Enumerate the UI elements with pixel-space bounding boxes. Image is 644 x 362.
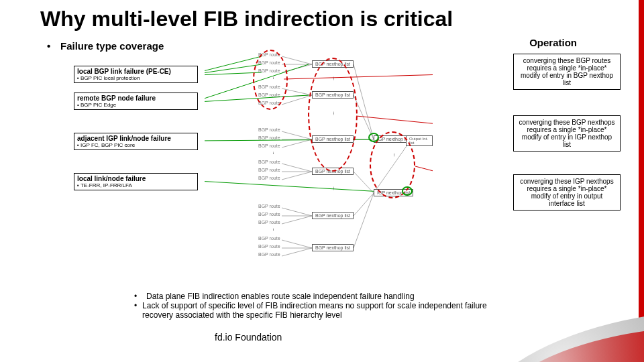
svg-line-24 <box>354 193 374 216</box>
op-box-bgp-routes: converging these BGP routes requires a s… <box>513 54 621 90</box>
svg-line-11 <box>282 164 312 172</box>
footer-bullets: •Data plane FIB indirection enables rout… <box>134 292 510 320</box>
subhead-operation: Operation <box>529 37 577 48</box>
box-bgp-nh: BGP nexthop list <box>312 212 354 219</box>
footer-bullet-text: Lack of support of specific level of FIB… <box>142 301 510 320</box>
footer-bullet: •Lack of support of specific level of FI… <box>134 301 510 320</box>
lbl-bgp-route: BGP route <box>258 168 280 172</box>
lbl-bgp-route: BGP route <box>258 135 280 140</box>
op-box-igp-nexthops: converging these IGP nexthops requires a… <box>513 174 621 210</box>
box-bgp-nh: BGP nexthop list <box>312 244 354 251</box>
svg-line-34 <box>356 116 433 131</box>
fail-desc: ▪ BGP PIC local protection <box>77 75 195 81</box>
slide: Why multi-level FIB indirection is criti… <box>0 0 644 362</box>
svg-line-33 <box>284 72 433 79</box>
svg-line-23 <box>282 248 312 256</box>
fail-desc: ▪ IGP FC, BGP PIC core <box>77 142 195 148</box>
fail-title: local BGP link failure (PE-CE) <box>77 68 195 75</box>
ellipse-bgp-nh <box>308 58 358 172</box>
circle-output-entry <box>402 186 413 196</box>
lbl-bgp-route: BGP route <box>258 212 280 217</box>
lbl-bgp-route: BGP route <box>258 244 280 249</box>
fail-box-adjacent-igp: adjacent IGP link/node failure ▪ IGP FC,… <box>74 133 198 150</box>
lbl-bgp-route: BGP route <box>258 236 280 241</box>
fail-title: local link/node failure <box>77 175 195 182</box>
lbl-bgp-route: BGP route <box>258 160 280 164</box>
fail-title: remote BGP node failure <box>77 95 195 102</box>
footer-bullet: •Data plane FIB indirection enables rout… <box>134 292 510 301</box>
fib-diagram: BGP route BGP route BGP route ··· BGP ro… <box>205 52 433 267</box>
fail-title: adjacent IGP link/node failure <box>77 135 195 142</box>
svg-line-13 <box>282 172 312 180</box>
fail-box-local-link: local link/node failure ▪ TE-FRR, IP-FRR… <box>74 173 198 190</box>
lbl-bgp-route: BGP route <box>258 176 280 180</box>
svg-line-21 <box>282 240 312 248</box>
svg-line-18 <box>282 208 312 216</box>
subhead-failure-coverage: •Failure type coverage <box>47 40 164 52</box>
lbl-bgp-route: BGP route <box>258 143 280 148</box>
lbl-bgp-route: BGP route <box>258 204 280 208</box>
footer-bullet-text: Data plane FIB indirection enables route… <box>146 292 415 301</box>
fail-desc: ▪ TE-FRR, IP-FRR/LFA <box>77 182 195 188</box>
svg-line-10 <box>282 139 312 147</box>
svg-line-35 <box>415 166 433 192</box>
foundation-label: fd.io Foundation <box>215 332 282 343</box>
svg-line-8 <box>282 131 312 139</box>
svg-line-20 <box>282 216 312 224</box>
svg-line-0 <box>282 56 312 64</box>
op-box-bgp-nexthops: converging these BGP nexthops requires a… <box>513 115 621 152</box>
lbl-bgp-route: BGP route <box>258 220 280 225</box>
page-title: Why multi-level FIB indirection is criti… <box>40 7 453 32</box>
subhead-left-text: Failure type coverage <box>60 40 164 52</box>
fail-box-local-bgp-link: local BGP link failure (PE-CE) ▪ BGP PIC… <box>74 66 198 83</box>
lbl-bgp-route: BGP route <box>258 127 280 132</box>
fail-box-remote-bgp-node: remote BGP node failure • BGP PIC Edge <box>74 93 198 110</box>
circle-igp-entry <box>368 133 379 142</box>
fail-desc: • BGP PIC Edge <box>77 102 195 108</box>
ellipse-bgp-routes <box>253 50 288 110</box>
svg-line-25 <box>354 193 374 248</box>
lbl-bgp-route: BGP route <box>258 252 280 257</box>
